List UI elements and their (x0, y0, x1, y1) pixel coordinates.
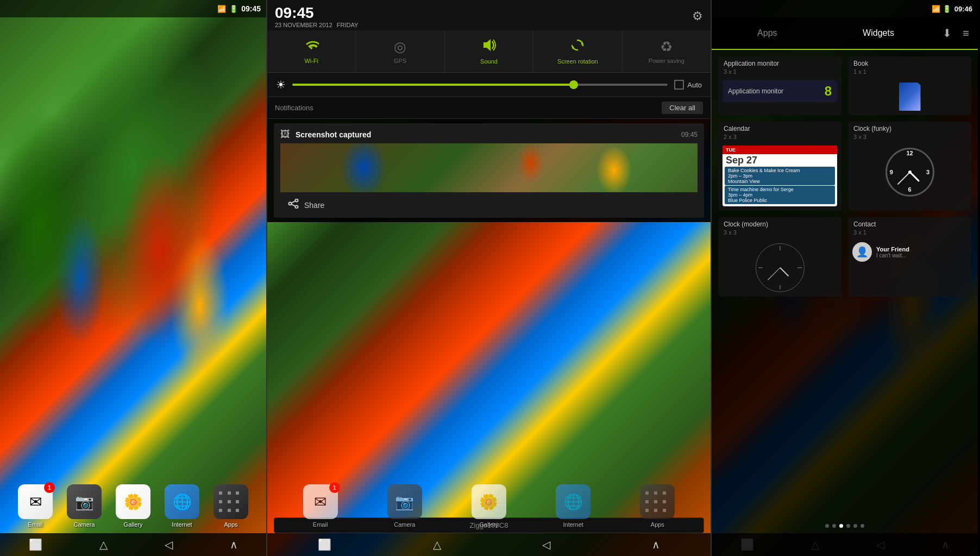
mid-internet-icon[interactable]: 🌐 (556, 484, 590, 519)
widget-clock-modern[interactable]: Clock (modern) 3 x 3 (718, 217, 841, 296)
cal-day: TUE (723, 146, 837, 154)
right-signal-icon: 📶 (932, 5, 940, 13)
tab-apps[interactable]: Apps (712, 17, 823, 50)
widget-book[interactable]: Book 1 x 1 (848, 56, 971, 115)
dot-6[interactable] (860, 524, 864, 528)
mid-email-icon[interactable]: ✉ 1 (303, 484, 338, 519)
left-status-bar: 📶 🔋 09:45 (0, 0, 266, 17)
settings-icon-button[interactable]: ⚙ (692, 9, 703, 23)
clock-modern-label: Clock (modern) (718, 217, 841, 229)
mid-dock-gallery[interactable]: 🌼 Gallery (472, 484, 506, 528)
internet-icon[interactable]: 🌐 (165, 484, 199, 519)
clock-funky-preview: 12 3 6 9 (848, 143, 971, 201)
mid-home-button[interactable]: △ (422, 534, 452, 555)
book-label: Book (848, 56, 971, 68)
dot-4[interactable] (846, 524, 850, 528)
camera-icon[interactable]: 📷 (67, 484, 102, 519)
mid-dock-email[interactable]: ✉ 1 Email (303, 484, 338, 528)
contact-info: Your Friend I can't wait... (876, 246, 967, 258)
widget-calendar[interactable]: Calendar 2 x 3 TUE Sep 27 Bake Cookies &… (718, 122, 841, 211)
rotation-toggle[interactable]: Screen rotation (533, 30, 622, 72)
svg-line-7 (291, 201, 295, 203)
power-icon: ♻ (660, 39, 673, 55)
download-icon[interactable]: ⬇ (939, 23, 955, 43)
widget-contact[interactable]: Contact 3 x 1 👤 Your Friend I can't wait… (848, 217, 971, 296)
gallery-icon[interactable]: 🌼 (116, 484, 150, 519)
mid-dock-apps[interactable]: Apps (640, 484, 675, 528)
gps-label: GPS (394, 58, 406, 64)
mid-menu-button[interactable]: ∧ (641, 534, 671, 555)
auto-brightness-checkbox[interactable]: Auto (674, 80, 702, 90)
contact-size: 3 x 1 (848, 229, 971, 239)
analog-clock-funky: 12 3 6 9 (885, 148, 934, 197)
mid-camera-icon[interactable]: 📷 (387, 484, 422, 519)
book-preview (848, 78, 971, 115)
email-icon[interactable]: ✉ 1 (18, 484, 53, 519)
app-monitor-num: 8 (825, 84, 832, 99)
contact-avatar: 👤 (852, 242, 872, 262)
gps-icon: ◎ (394, 39, 406, 55)
mid-apps-icon[interactable] (640, 484, 675, 519)
dock-camera[interactable]: 📷 Camera (67, 484, 102, 528)
dot-5[interactable] (853, 524, 857, 528)
apps-label: Apps (224, 521, 237, 528)
clock-funky-size: 3 x 3 (848, 134, 971, 143)
dot-1[interactable] (825, 524, 829, 528)
shade-header: 09:45 23 NOVEMBER 2012 FRIDAY ⚙ (267, 0, 711, 30)
share-bar[interactable]: Share (280, 192, 698, 218)
checkbox-box[interactable] (674, 80, 684, 90)
menu-icon[interactable]: ≡ (959, 24, 972, 43)
wifi-toggle[interactable]: Wi-Fi (267, 30, 356, 72)
mid-recents-button[interactable]: ⬜ (307, 534, 342, 555)
modern-min-hand (768, 268, 780, 280)
right-battery-icon: 🔋 (943, 5, 951, 13)
dock-internet[interactable]: 🌐 Internet (165, 484, 199, 528)
tab-widgets[interactable]: Widgets (823, 17, 934, 50)
cal-event-1: Bake Cookies & Make Ice Cream 2pm – 3pm … (725, 167, 835, 185)
brightness-slider[interactable] (292, 84, 668, 86)
app-monitor-preview-text: Application monitor (728, 87, 783, 95)
widget-clock-funky[interactable]: Clock (funky) 3 x 3 12 3 6 9 (848, 122, 971, 211)
rotation-icon (570, 38, 585, 56)
screenshot-preview-image (280, 143, 698, 192)
shade-date-day: FRIDAY (337, 22, 359, 28)
clear-all-button[interactable]: Clear all (662, 102, 703, 114)
power-toggle[interactable]: ♻ Power saving (623, 30, 711, 72)
mid-back-button[interactable]: ◁ (531, 534, 561, 555)
notification-header: 🖼 Screenshot captured 09:45 (274, 123, 704, 143)
apps-icon[interactable] (213, 484, 248, 519)
back-button[interactable]: ◁ (154, 534, 184, 555)
dot-2[interactable] (832, 524, 836, 528)
clock-modern-preview (718, 239, 841, 296)
mid-dock-camera[interactable]: 📷 Camera (387, 484, 422, 528)
status-icons: 📶 🔋 09:45 (217, 4, 261, 13)
mid-gallery-icon[interactable]: 🌼 (472, 484, 506, 519)
svg-point-4 (289, 203, 292, 205)
notifications-label: Notifications (275, 104, 313, 112)
left-nav-bar: ⬜ △ ◁ ∧ (0, 533, 266, 556)
dock-email[interactable]: ✉ 1 Email (18, 484, 53, 528)
mid-panel: 09:45 23 NOVEMBER 2012 FRIDAY ⚙ Wi-Fi ◎ (266, 0, 712, 556)
brightness-icon: ☀ (276, 78, 286, 91)
dock-apps[interactable]: Apps (213, 484, 248, 528)
widget-app-monitor[interactable]: Application monitor 3 x 1 Application mo… (718, 56, 841, 115)
left-time: 09:45 (241, 4, 261, 13)
home-button[interactable]: △ (89, 534, 118, 555)
dock-gallery[interactable]: 🌼 Gallery (116, 484, 150, 528)
gps-toggle[interactable]: ◎ GPS (356, 30, 444, 72)
screenshot-notification[interactable]: 🖼 Screenshot captured 09:45 Share (274, 123, 704, 218)
dot-3[interactable] (839, 524, 843, 528)
sound-toggle[interactable]: Sound (445, 30, 533, 72)
email-label: Email (28, 521, 43, 528)
wifi-icon (304, 39, 319, 55)
menu-button[interactable]: ∧ (219, 534, 249, 555)
wifi-label: Wi-Fi (304, 58, 318, 64)
svg-line-6 (291, 204, 295, 206)
mid-apps-label: Apps (651, 521, 664, 528)
camera-label: Camera (73, 521, 95, 528)
quick-toggles: Wi-Fi ◎ GPS Sound (267, 30, 711, 73)
recents-button[interactable]: ⬜ (18, 534, 53, 555)
mid-dock-internet[interactable]: 🌐 Internet (556, 484, 590, 528)
email-badge: 1 (44, 482, 55, 493)
left-panel: 📶 🔋 09:45 ✉ 1 Email 📷 Camera 🌼 Gallery (0, 0, 266, 556)
